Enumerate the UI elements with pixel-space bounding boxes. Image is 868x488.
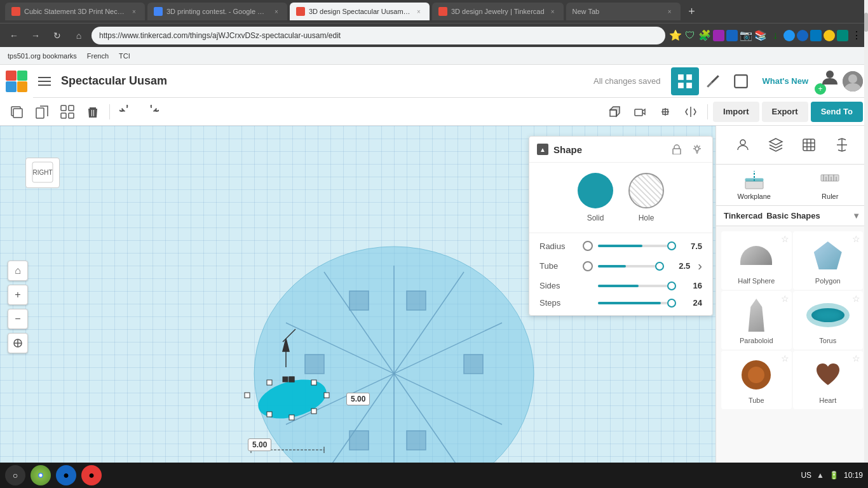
hole-option[interactable]: Hole (628, 173, 664, 222)
radius-thumb[interactable] (667, 241, 676, 250)
browser-tab-1[interactable]: Cubic Statement 3D Print Neckl... × (5, 3, 145, 20)
locale-label: US (801, 471, 811, 480)
ruler-button[interactable]: Ruler (792, 165, 869, 205)
ext-1[interactable] (713, 30, 724, 41)
home-view-button[interactable]: ⌂ (8, 261, 28, 281)
tab-close-2[interactable]: × (272, 7, 281, 16)
orientation-button[interactable] (8, 333, 28, 353)
start-button[interactable]: ○ (5, 465, 25, 485)
ext-8[interactable] (810, 30, 822, 41)
browser-tab-2[interactable]: 3D printing contest. - Google D... × (147, 3, 287, 20)
tube-star[interactable]: ☆ (781, 353, 789, 363)
ext-6[interactable] (783, 30, 795, 41)
light-icon[interactable] (689, 142, 705, 157)
heart-star[interactable]: ☆ (852, 353, 860, 363)
ext-10[interactable] (837, 30, 848, 41)
steps-slider[interactable] (598, 302, 672, 304)
ext-4[interactable]: 📚 (754, 29, 767, 42)
radius-slider[interactable] (598, 245, 672, 247)
refresh-button[interactable]: ↻ (48, 27, 66, 44)
lock-icon[interactable] (669, 142, 684, 157)
ext-2[interactable] (726, 30, 738, 41)
rp-tool-3[interactable] (795, 131, 823, 159)
group-button[interactable] (56, 100, 79, 123)
library-dropdown-icon[interactable]: ▼ (852, 211, 860, 220)
home-button[interactable]: ⌂ (70, 27, 88, 44)
tab-close-4[interactable]: × (548, 7, 557, 16)
app-title: Spectacular Uusam (56, 74, 172, 88)
logo-cell-green (17, 71, 28, 81)
ext-3[interactable]: 📷 (740, 29, 752, 42)
taskbar-app-chrome[interactable] (31, 465, 51, 485)
tube-thumb[interactable] (655, 262, 664, 271)
tube-slider[interactable] (598, 265, 660, 268)
sides-slider[interactable] (598, 285, 672, 287)
ext-star[interactable]: ⭐ (669, 29, 682, 42)
tab-close-1[interactable]: × (130, 7, 139, 16)
3d-viewport[interactable]: 5.00 5.00 RIGHT ⌂ + − (0, 126, 715, 488)
code-view-button[interactable] (727, 67, 755, 95)
undo-button[interactable] (115, 100, 138, 123)
rp-tool-2[interactable] (762, 131, 790, 159)
bookmark-tps[interactable]: tps501.org bookmarks (5, 51, 79, 61)
view-cube-btn[interactable] (603, 100, 626, 123)
new-tab-button[interactable]: + (683, 3, 701, 20)
copy-button[interactable] (31, 100, 53, 123)
shape-item-heart[interactable]: ☆ Heart (793, 351, 864, 409)
svg-rect-14 (61, 105, 66, 111)
browser-tab-3[interactable]: 3D design Spectacular Uusam ... × (290, 3, 430, 20)
zoom-out-button[interactable]: − (8, 309, 28, 329)
solid-option[interactable]: Solid (578, 173, 613, 222)
ext-puzzle[interactable]: 🧩 (698, 29, 711, 42)
shape-item-torus[interactable]: ☆ Torus (793, 291, 864, 349)
paraboloid-star[interactable]: ☆ (781, 294, 789, 304)
camera-btn[interactable] (628, 100, 651, 123)
user-menu[interactable]: + (816, 68, 868, 95)
taskbar-app-2[interactable]: ● (56, 465, 76, 485)
tab-close-3[interactable]: × (414, 7, 423, 16)
delete-button[interactable] (81, 100, 104, 123)
redo-button[interactable] (140, 100, 163, 123)
ext-5[interactable]: ↓ (769, 29, 782, 42)
ext-shield[interactable]: 🛡 (684, 29, 696, 42)
pickaxe-view-button[interactable] (699, 67, 727, 95)
browser-tab-5[interactable]: New Tab × (566, 3, 681, 20)
rp-tool-1[interactable] (729, 131, 757, 159)
export-button[interactable]: Export (762, 102, 808, 122)
scroll-thumb[interactable] (864, 13, 868, 32)
torus-star[interactable]: ☆ (852, 294, 860, 304)
sides-thumb[interactable] (667, 281, 676, 290)
bookmark-tci[interactable]: TCI (116, 51, 133, 61)
zoom-in-button[interactable]: + (8, 285, 28, 305)
rp-tool-4[interactable] (828, 131, 856, 159)
taskbar-app-3[interactable]: ● (81, 465, 102, 485)
collapse-button[interactable]: ▲ (537, 144, 548, 155)
bookmark-french[interactable]: French (85, 51, 111, 61)
shape-item-half-sphere[interactable]: ☆ Half Sphere (721, 231, 792, 290)
ext-7[interactable] (797, 30, 808, 41)
forward-button[interactable]: → (27, 27, 44, 44)
mirror-btn[interactable] (679, 100, 702, 123)
duplicate-button[interactable] (5, 100, 28, 123)
chevron-right-icon[interactable]: › (698, 259, 702, 273)
half-sphere-star[interactable]: ☆ (781, 234, 789, 244)
steps-thumb[interactable] (667, 299, 676, 308)
menu-dots[interactable]: ⋮ (850, 29, 863, 42)
tinkercad-logo[interactable] (0, 65, 33, 98)
browser-tab-4[interactable]: 3D design Jewelry | Tinkercad × (432, 3, 564, 20)
url-input[interactable]: https://www.tinkercad.com/things/ajWJCrx… (92, 27, 665, 44)
align-btn[interactable] (654, 100, 677, 123)
send-to-button[interactable]: Send To (811, 102, 863, 122)
polygon-star[interactable]: ☆ (852, 234, 860, 244)
whats-new-button[interactable]: What's New (755, 76, 816, 86)
shape-item-tube[interactable]: ☆ Tube (721, 351, 792, 409)
ext-9[interactable] (824, 30, 835, 41)
header-menu-button[interactable] (33, 70, 56, 93)
grid-view-button[interactable] (671, 67, 699, 95)
shape-item-polygon[interactable]: ☆ Polygon (793, 231, 864, 290)
tab-close-5[interactable]: × (665, 7, 674, 16)
shape-item-paraboloid[interactable]: ☆ Paraboloid (721, 291, 792, 349)
back-button[interactable]: ← (5, 27, 23, 44)
workplane-button[interactable]: Workplane (716, 165, 792, 205)
import-button[interactable]: Import (713, 102, 759, 122)
